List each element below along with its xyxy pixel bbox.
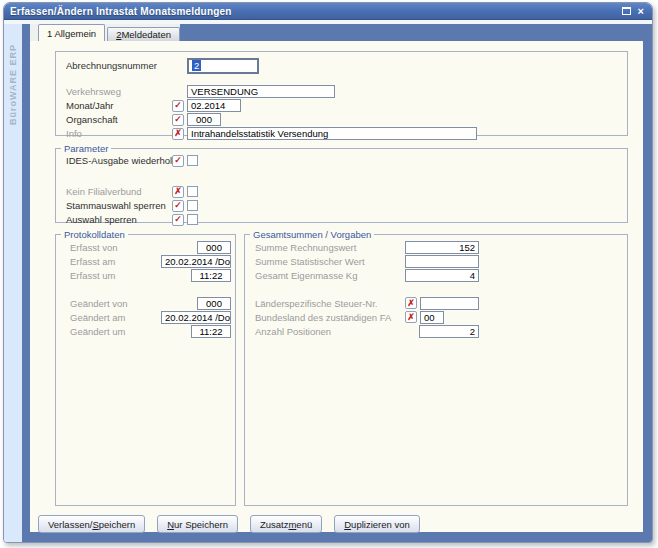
field-row-organschaft: Organschaft ✓ 000	[56, 113, 627, 126]
protokoll-row-erfasst-am: Erfasst am 20.02.2014 /Do	[56, 254, 235, 268]
group-parameter: Parameter IDES-Ausgabe wiederholen ✓ Kei…	[55, 143, 628, 223]
tabstrip-filler	[180, 24, 643, 41]
statistischer-wert-value	[405, 255, 479, 268]
verlassen-speichern-button[interactable]: Verlassen/Speichern	[38, 515, 145, 533]
field-row-verkehrsweg: Verkehrsweg VERSENDUNG	[56, 85, 627, 98]
eigenmasse-label: Gesamt Eigenmasse Kg	[255, 270, 405, 281]
edit-x-icon[interactable]: ✗	[405, 297, 417, 309]
geaendert-am-value: 20.02.2014 /Do	[161, 311, 231, 324]
group-allgemein: Abrechnungsnummer 2 Verkehrsweg VERSENDU…	[55, 51, 628, 136]
eigenmasse-value: 4	[405, 269, 479, 282]
organschaft-label: Organschaft	[66, 114, 172, 125]
edit-check-icon[interactable]: ✓	[172, 100, 184, 112]
param-row-ides: IDES-Ausgabe wiederholen ✓	[56, 154, 627, 167]
bundesland-label: Bundesland des zuständigen FA	[255, 312, 405, 323]
rechnungswert-label: Summe Rechnungswert	[255, 242, 405, 253]
summen-row-eigenmasse: Gesamt Eigenmasse Kg 4	[245, 268, 627, 282]
ides-checkbox[interactable]	[187, 155, 198, 166]
group-protokolldaten: Protokolldaten Erfasst von 000 Erfasst a…	[55, 229, 236, 506]
summen-row-bundesland: Bundesland des zuständigen FA ✗ 00	[245, 310, 627, 324]
anzahl-label: Anzahl Positionen	[255, 326, 405, 337]
protokoll-row-erfasst-von: Erfasst von 000	[56, 240, 235, 254]
tab-allgemein[interactable]: 1 Allgemein	[38, 24, 105, 41]
stammauswahl-checkbox[interactable]	[187, 200, 198, 211]
protokoll-row-geaendert-um: Geändert um 11:22	[56, 324, 235, 338]
edit-check-icon[interactable]: ✓	[172, 114, 184, 126]
field-row-monat-jahr: Monat/Jahr ✓ 02.2014	[56, 99, 627, 112]
organschaft-input[interactable]: 000	[187, 113, 221, 126]
anzahl-value: 2	[419, 325, 479, 338]
erfasst-um-label: Erfasst um	[70, 270, 191, 281]
geaendert-um-label: Geändert um	[70, 326, 191, 337]
param-row-filialverbund: Kein Filialverbund ✗	[56, 185, 627, 198]
monat-jahr-label: Monat/Jahr	[66, 100, 172, 111]
content-frame: 1 Allgemein 2 Meldedaten Abrechnungsnumm…	[22, 24, 652, 542]
statistischer-wert-label: Summe Statistischer Wert	[255, 256, 405, 267]
nur-speichern-button[interactable]: Nur Speichern	[157, 515, 238, 533]
group-gesamtsummen: Gesamtsummen / Vorgaben Summe Rechnungsw…	[244, 229, 628, 506]
summen-row-statistischer-wert: Summe Statistischer Wert	[245, 254, 627, 268]
edit-x-icon[interactable]: ✗	[172, 186, 184, 198]
filialverbund-checkbox	[187, 186, 198, 197]
branding-strip: BüroWARE ERP	[4, 24, 22, 542]
auswahl-checkbox[interactable]	[187, 214, 198, 225]
duplizieren-von-button[interactable]: Duplizieren von	[334, 515, 420, 533]
edit-x-icon[interactable]: ✗	[172, 128, 184, 140]
rechnungswert-value: 152	[405, 241, 479, 254]
geaendert-von-value: 000	[197, 297, 231, 310]
gesamtsummen-legend: Gesamtsummen / Vorgaben	[250, 229, 374, 240]
protokoll-row-erfasst-um: Erfasst um 11:22	[56, 268, 235, 282]
protokoll-row-geaendert-am: Geändert am 20.02.2014 /Do	[56, 310, 235, 324]
close-icon[interactable]: ×	[638, 6, 644, 16]
info-input: Intrahandelsstatistik Versendung	[187, 127, 477, 140]
erfasst-um-value: 11:22	[191, 269, 231, 282]
geaendert-am-label: Geändert am	[70, 312, 161, 323]
abrechnungsnummer-input[interactable]: 2	[187, 58, 259, 74]
zusatzmenu-button[interactable]: Zusatzmenü	[250, 515, 322, 533]
tab-allgemein-label: 1 Allgemein	[47, 28, 96, 39]
window-title: Erfassen/Ändern Intrastat Monatsmeldunge…	[10, 6, 622, 17]
parameter-legend: Parameter	[61, 143, 111, 154]
auswahl-label: Auswahl sperren	[66, 214, 172, 225]
steuernr-input[interactable]	[420, 297, 479, 310]
erfasst-von-label: Erfasst von	[70, 242, 197, 253]
verkehrsweg-input: VERSENDUNG	[187, 85, 335, 98]
param-row-auswahl: Auswahl sperren ✓	[56, 213, 627, 226]
bundesland-input[interactable]: 00	[420, 311, 444, 324]
summen-row-rechnungswert: Summe Rechnungswert 152	[245, 240, 627, 254]
summen-row-steuernr: Länderspezifische Steuer-Nr. ✗	[245, 296, 627, 310]
tab-meldedaten[interactable]: 2 Meldedaten	[107, 27, 180, 41]
edit-check-icon[interactable]: ✓	[172, 200, 184, 212]
monat-jahr-input[interactable]: 02.2014	[187, 99, 241, 112]
tab-meldedaten-label: Meldedaten	[121, 29, 171, 40]
ides-label: IDES-Ausgabe wiederholen	[66, 155, 172, 166]
verkehrsweg-label: Verkehrsweg	[66, 86, 172, 97]
summen-row-anzahl: Anzahl Positionen 2	[245, 324, 627, 338]
filialverbund-label: Kein Filialverbund	[66, 186, 172, 197]
edit-check-icon[interactable]: ✓	[172, 155, 184, 167]
dialog-window: Erfassen/Ändern Intrastat Monatsmeldunge…	[3, 2, 653, 543]
field-row-info: Info ✗ Intrahandelsstatistik Versendung	[56, 127, 627, 140]
stammauswahl-label: Stammauswahl sperren	[66, 200, 172, 211]
selected-text: 2	[192, 60, 201, 71]
erfasst-am-label: Erfasst am	[70, 256, 161, 267]
form-panel: Abrechnungsnummer 2 Verkehrsweg VERSENDU…	[30, 41, 643, 532]
field-row-abrechnungsnummer: Abrechnungsnummer 2	[56, 59, 627, 72]
geaendert-von-label: Geändert von	[70, 298, 197, 309]
info-label: Info	[66, 128, 172, 139]
erfasst-am-value: 20.02.2014 /Do	[161, 255, 231, 268]
restore-icon[interactable]	[622, 7, 631, 15]
protokolldaten-legend: Protokolldaten	[61, 229, 128, 240]
button-bar: Verlassen/Speichern Nur Speichern Zusatz…	[38, 515, 643, 533]
param-row-stammauswahl: Stammauswahl sperren ✓	[56, 199, 627, 212]
steuernr-label: Länderspezifische Steuer-Nr.	[255, 298, 405, 309]
tab-bar: 1 Allgemein 2 Meldedaten	[30, 24, 643, 41]
abrechnungsnummer-label: Abrechnungsnummer	[66, 60, 172, 71]
edit-check-icon[interactable]: ✓	[172, 214, 184, 226]
protokoll-row-geaendert-von: Geändert von 000	[56, 296, 235, 310]
branding-text: BüroWARE ERP	[8, 44, 18, 125]
erfasst-von-value: 000	[197, 241, 231, 254]
geaendert-um-value: 11:22	[191, 325, 231, 338]
titlebar[interactable]: Erfassen/Ändern Intrastat Monatsmeldunge…	[4, 3, 652, 20]
edit-x-icon[interactable]: ✗	[405, 311, 417, 323]
